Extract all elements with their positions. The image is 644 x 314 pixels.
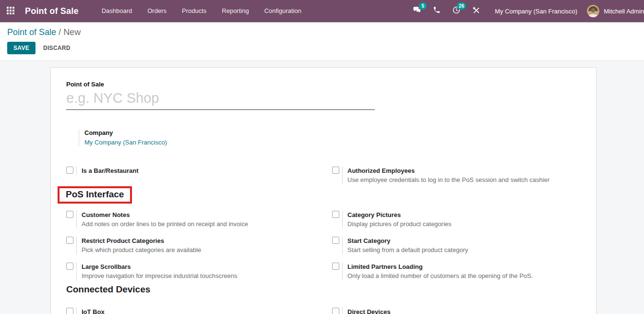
divider <box>76 166 77 175</box>
pos-name-label: Point of Sale <box>66 81 581 88</box>
setting-label[interactable]: Customer Notes <box>82 210 248 219</box>
breadcrumb-separator: / <box>59 27 61 37</box>
setting-label[interactable]: Limited Partners Loading <box>347 262 533 271</box>
divider <box>342 236 343 254</box>
crossed-tools-icon <box>472 6 480 16</box>
menu-configuration[interactable]: Configuration <box>257 0 309 22</box>
setting-label[interactable]: Category Pictures <box>347 210 452 219</box>
messages-badge: 5 <box>419 2 427 10</box>
settings-row-top: Is a Bar/Restaurant Authorized Employees… <box>66 166 581 184</box>
start-category-checkbox[interactable] <box>332 237 339 244</box>
phone-icon <box>433 6 441 16</box>
setting-authorized-employees: Authorized Employees Use employee creden… <box>332 166 581 184</box>
setting-iot-box: IoT Box <box>66 307 332 314</box>
setting-description: Start selling from a default product cat… <box>347 245 468 254</box>
user-menu[interactable]: Mitchell Admin <box>587 5 644 17</box>
company-field: Company My Company (San Francisco) <box>79 129 581 146</box>
breadcrumb-current: New <box>63 27 81 37</box>
save-button[interactable]: SAVE <box>7 42 36 54</box>
category-pictures-checkbox[interactable] <box>332 211 339 218</box>
company-label: Company <box>84 129 581 136</box>
divider <box>76 307 77 314</box>
main-menu: Dashboard Orders Products Reporting Conf… <box>94 0 309 22</box>
setting-description: Use employee credentials to log in to th… <box>347 175 549 184</box>
restrict-product-categories-checkbox[interactable] <box>66 237 73 244</box>
setting-description: Improve navigation for imprecise industr… <box>82 271 237 280</box>
iot-box-checkbox[interactable] <box>66 308 73 314</box>
setting-direct-devices: Direct Devices <box>332 307 581 314</box>
setting-is-bar-restaurant: Is a Bar/Restaurant <box>66 166 332 175</box>
top-navbar: Point of Sale Dashboard Orders Products … <box>0 0 644 22</box>
settings-grid-connected-devices: IoT Box Direct Devices <box>66 307 581 314</box>
divider <box>76 262 77 280</box>
setting-label[interactable]: IoT Box <box>82 307 105 314</box>
menu-orders[interactable]: Orders <box>140 0 174 22</box>
setting-label[interactable]: Authorized Employees <box>347 166 549 175</box>
user-name: Mitchell Admin <box>604 8 644 15</box>
divider <box>342 210 343 229</box>
discard-button[interactable]: DISCARD <box>43 45 71 51</box>
setting-description: Pick which product categories are availa… <box>82 245 201 254</box>
activities-badge: 26 <box>457 2 466 10</box>
direct-devices-checkbox[interactable] <box>332 308 339 314</box>
menu-reporting[interactable]: Reporting <box>214 0 256 22</box>
pos-interface-heading-row: PoS Interface <box>66 186 581 204</box>
connected-devices-heading-row: Connected Devices <box>66 284 581 295</box>
menu-dashboard[interactable]: Dashboard <box>94 0 140 22</box>
setting-label[interactable]: Start Category <box>347 236 468 245</box>
avatar <box>587 5 599 17</box>
content-area: Point of Sale Company My Company (San Fr… <box>0 61 644 314</box>
limited-partners-loading-checkbox[interactable] <box>332 263 339 270</box>
navbar-systray: 5 26 <box>413 5 644 17</box>
messages-button[interactable]: 5 <box>413 6 421 16</box>
control-panel: Point of Sale / New SAVE DISCARD <box>0 22 644 61</box>
customer-notes-checkbox[interactable] <box>66 211 73 218</box>
section-heading-pos-interface: PoS Interface <box>66 189 124 199</box>
divider <box>342 262 343 280</box>
breadcrumb: Point of Sale / New <box>7 27 637 37</box>
setting-limited-partners-loading: Limited Partners Loading Only load a lim… <box>332 262 581 280</box>
setting-description: Display pictures of product categories <box>347 219 452 229</box>
divider <box>342 307 343 314</box>
menu-products[interactable]: Products <box>174 0 214 22</box>
divider <box>342 166 343 184</box>
authorized-employees-checkbox[interactable] <box>332 167 339 174</box>
form-sheet: Point of Sale Company My Company (San Fr… <box>50 67 596 314</box>
section-heading-connected-devices: Connected Devices <box>66 284 150 294</box>
divider <box>76 236 77 254</box>
setting-description: Only load a limited number of customers … <box>347 271 533 280</box>
pos-name-input[interactable] <box>66 89 375 110</box>
activities-button[interactable]: 26 <box>452 6 461 16</box>
setting-label[interactable]: Large Scrollbars <box>82 262 237 271</box>
setting-customer-notes: Customer Notes Add notes on order lines … <box>66 210 332 229</box>
annotation-highlight-box: PoS Interface <box>58 186 132 204</box>
apps-grid-icon[interactable] <box>7 7 15 15</box>
setting-large-scrollbars: Large Scrollbars Improve navigation for … <box>66 262 332 280</box>
voip-button[interactable] <box>433 6 441 16</box>
setting-label[interactable]: Restrict Product Categories <box>82 236 201 245</box>
setting-description: Add notes on order lines to be printed o… <box>82 219 248 229</box>
app-title[interactable]: Point of Sale <box>25 6 79 16</box>
large-scrollbars-checkbox[interactable] <box>66 263 73 270</box>
is-bar-restaurant-checkbox[interactable] <box>66 167 73 174</box>
control-panel-buttons: SAVE DISCARD <box>7 42 637 54</box>
setting-label[interactable]: Direct Devices <box>347 307 391 314</box>
setting-category-pictures: Category Pictures Display pictures of pr… <box>332 210 581 229</box>
breadcrumb-parent[interactable]: Point of Sale <box>7 27 56 37</box>
setting-label[interactable]: Is a Bar/Restaurant <box>82 166 139 175</box>
divider <box>76 210 77 229</box>
setting-restrict-product-categories: Restrict Product Categories Pick which p… <box>66 236 332 254</box>
settings-grid-pos-interface: Customer Notes Add notes on order lines … <box>66 210 581 280</box>
tools-button[interactable] <box>472 6 480 16</box>
setting-start-category: Start Category Start selling from a defa… <box>332 236 581 254</box>
company-value-link[interactable]: My Company (San Francisco) <box>84 139 167 146</box>
company-switcher[interactable]: My Company (San Francisco) <box>495 8 577 15</box>
